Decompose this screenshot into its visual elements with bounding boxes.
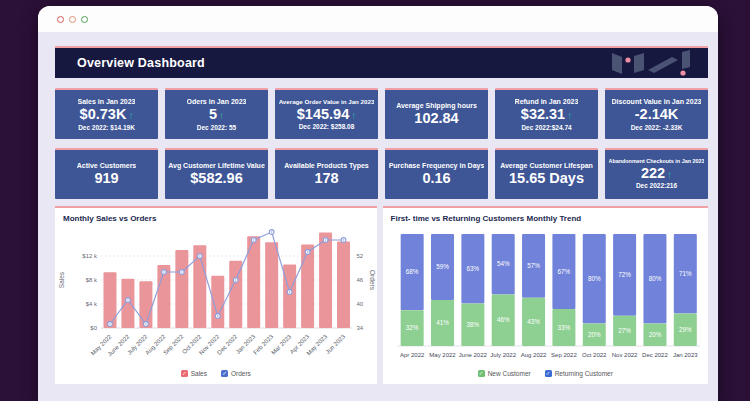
kpi-card-r2-c4: Purchase Frequency in Days 0.16 — [385, 148, 488, 199]
new-customer-label: 38% — [466, 320, 479, 327]
x-tick-label: Jan 2023 — [672, 352, 697, 358]
logo-shape — [648, 57, 678, 73]
kpi-title: Average Customer Lifespan — [500, 161, 593, 170]
app-window: Overview Dashboard Sales in Jan 2023 $0.… — [38, 6, 718, 401]
returning-customer-label: 71% — [679, 269, 692, 276]
close-button[interactable] — [57, 16, 64, 23]
kpi-title: Active Customers — [77, 161, 137, 170]
returning-customer-label: 57% — [527, 262, 540, 269]
window-titlebar — [38, 6, 718, 32]
legend-item-returning-customer[interactable]: ✓ Returning Customer — [545, 370, 613, 377]
kpi-title: Discount Value in Jan 2023 — [612, 97, 702, 106]
orders-point-dot — [145, 323, 147, 325]
dashboard-content: Overview Dashboard Sales in Jan 2023 $0.… — [38, 32, 718, 384]
kpi-value: 15.65 Days — [509, 170, 584, 187]
sales-bar[interactable] — [103, 272, 116, 328]
sales-bar[interactable] — [337, 241, 350, 327]
kpi-title: Average Shipping hours — [396, 101, 477, 110]
legend-checkbox-sales[interactable]: ✓ — [181, 370, 188, 377]
returning-customer-label: 67% — [557, 267, 570, 274]
kpi-card-r2-c6: Abandonment Checkouts in Jan 2023 222↑ D… — [605, 148, 708, 199]
kpi-value: -2.14K — [635, 106, 679, 123]
returning-customer-label: 54% — [496, 260, 509, 267]
up-arrow-icon: ↑ — [351, 110, 356, 121]
chart-legend: ✓ Sales ✓ Orders — [55, 370, 377, 377]
up-arrow-icon: ↑ — [567, 110, 572, 121]
x-tick-label: May 2022 — [429, 352, 456, 358]
kpi-card-r2-c1: Active Customers 919 — [55, 148, 158, 199]
sales-bar[interactable] — [121, 278, 134, 327]
sales-bar[interactable] — [175, 250, 188, 328]
returning-customer-label: 80% — [648, 274, 661, 281]
new-customer-label: 27% — [618, 326, 631, 333]
sales-bar[interactable] — [319, 232, 332, 327]
y-left-tick-label: $0 — [90, 325, 97, 331]
sales-bar[interactable] — [265, 242, 278, 328]
page-title: Overview Dashboard — [77, 56, 205, 70]
new-customer-label: 33% — [557, 323, 570, 330]
legend-item-new-customer[interactable]: ✓ New Customer — [478, 370, 531, 377]
kpi-title: Sales in Jan 2023 — [78, 97, 136, 106]
kpi-value: 178 — [314, 170, 338, 187]
chart-legend: ✓ New Customer ✓ Returning Customer — [383, 370, 708, 377]
sales-bar[interactable] — [139, 281, 152, 328]
sales-bar[interactable] — [301, 244, 314, 327]
legend-item-sales[interactable]: ✓ Sales — [181, 370, 207, 377]
y-left-axis-title: Sales — [58, 271, 65, 288]
orders-point-dot — [271, 231, 273, 233]
legend-checkbox-new-customer[interactable]: ✓ — [478, 370, 485, 377]
kpi-card-r1-c1: Sales in Jan 2023 $0.73K↑ Dec 2022: $14.… — [55, 88, 158, 139]
legend-label: Sales — [191, 370, 207, 377]
returning-customer-label: 63% — [466, 264, 479, 271]
orders-point-dot — [109, 323, 111, 325]
kpi-title: Abandonment Checkouts in Jan 2023 — [609, 158, 705, 165]
orders-point-dot — [343, 239, 345, 241]
legend-item-orders[interactable]: ✓ Orders — [221, 370, 251, 377]
logo-dot — [680, 70, 685, 75]
y-right-tick-label: 46 — [357, 277, 364, 283]
kpi-card-r2-c3: Available Products Types 178 — [275, 148, 378, 199]
orders-point-dot — [217, 315, 219, 317]
kpi-title: Available Products Types — [284, 161, 368, 170]
kpi-subtext: Dec 2022:$24.74 — [521, 124, 571, 132]
kpi-value: 919 — [94, 170, 118, 187]
x-tick-label: Nov 2022 — [611, 352, 637, 358]
up-arrow-icon: ↑ — [667, 169, 672, 180]
orders-point-dot — [127, 299, 129, 301]
maximize-button[interactable] — [81, 16, 88, 23]
legend-checkbox-orders[interactable]: ✓ — [221, 370, 228, 377]
y-right-axis-title: Orders — [369, 270, 376, 291]
kpi-title: Oders in Jan 2023 — [187, 97, 247, 106]
legend-checkbox-returning-customer[interactable]: ✓ — [545, 370, 552, 377]
orders-point-dot — [181, 271, 183, 273]
chart-title: First- time vs Returning Customers Month… — [383, 208, 708, 224]
orders-point-dot — [235, 279, 237, 281]
returning-customer-label: 72% — [618, 270, 631, 277]
sales-bar[interactable] — [283, 264, 296, 328]
kpi-subtext: Dec 2022: $258.08 — [299, 123, 355, 131]
kpi-card-r1-c3: Average Order Value in Jan 2023 $145.94↑… — [275, 88, 378, 139]
kpi-value: 102.84 — [414, 110, 458, 127]
kpi-grid: Sales in Jan 2023 $0.73K↑ Dec 2022: $14.… — [55, 88, 708, 199]
logo-dot — [625, 57, 630, 62]
minimize-button[interactable] — [69, 16, 76, 23]
y-right-tick-label: 52 — [357, 253, 364, 259]
x-tick-label: Dec 2022 — [642, 352, 668, 358]
kpi-subtext: Dec 2022: $14.19K — [78, 124, 135, 132]
returning-customer-label: 68% — [405, 268, 418, 275]
kpi-title: Refund in Jan 2023 — [515, 97, 579, 106]
returning-customer-label: 59% — [436, 263, 449, 270]
new-customer-label: 41% — [436, 319, 449, 326]
orders-point-dot — [325, 239, 327, 241]
x-tick-label: Jun 2023 — [325, 333, 347, 355]
y-left-tick-label: $4 k — [86, 301, 98, 307]
sales-vs-orders-panel: Monthly Sales vs Orders $034$4 k40$8 k46… — [55, 206, 377, 384]
customer-trend-panel: First- time vs Returning Customers Month… — [383, 206, 708, 384]
kpi-value: $582.96 — [190, 170, 242, 187]
kpi-value: 0.16 — [422, 170, 450, 187]
kpi-value: 222↑ — [641, 165, 672, 182]
orders-point-dot — [307, 251, 309, 253]
kpi-card-r1-c6: Discount Value in Jan 2023 -2.14K Dec 20… — [605, 88, 708, 139]
up-arrow-icon: ↑ — [128, 110, 133, 121]
orders-point-dot — [199, 255, 201, 257]
